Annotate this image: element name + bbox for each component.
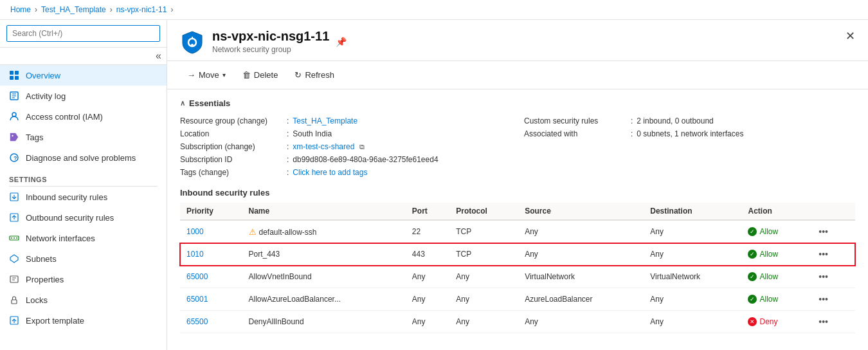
essentials-row-custom-rules: Custom security rules : 2 inbound, 0 out… xyxy=(524,115,855,127)
sidebar-item-export-template[interactable]: Export template xyxy=(0,310,167,331)
svg-point-30 xyxy=(191,44,194,46)
sidebar-item-overview-label: Overview xyxy=(26,71,60,80)
delete-icon: 🗑 xyxy=(242,70,251,80)
move-icon: → xyxy=(187,70,195,80)
cell-ellipsis[interactable]: ••• xyxy=(808,266,855,288)
svg-rect-25 xyxy=(12,300,17,304)
tags-add-link[interactable]: Click here to add tags xyxy=(293,168,367,177)
sidebar-item-diagnose-label: Diagnose and solve problems xyxy=(26,153,136,163)
sidebar-item-diagnose[interactable]: ? Diagnose and solve problems xyxy=(0,147,167,168)
allow-badge: ✓ Allow xyxy=(748,227,802,236)
sidebar-item-access-control[interactable]: Access control (IAM) xyxy=(0,106,167,127)
breadcrumb-nic[interactable]: ns-vpx-nic1-11 xyxy=(116,5,167,14)
essentials-header[interactable]: ∧ Essentials xyxy=(180,98,855,108)
cell-name: Port_443 xyxy=(242,243,406,266)
cell-destination: Any xyxy=(644,311,741,333)
cell-ellipsis[interactable]: ••• xyxy=(808,220,855,243)
sidebar-item-activity-log[interactable]: Activity log xyxy=(0,86,167,106)
svg-point-20 xyxy=(16,237,17,239)
activity-log-icon xyxy=(9,91,19,101)
inbound-rules-table: Priority Name Port Protocol Source Desti… xyxy=(180,203,855,333)
move-button[interactable]: → Move ▾ xyxy=(180,66,233,84)
resource-subtitle: Network security group xyxy=(212,45,329,54)
cell-protocol: Any xyxy=(449,288,518,311)
cell-source: VirtualNetwork xyxy=(518,266,644,288)
sidebar-item-access-control-label: Access control (IAM) xyxy=(26,112,103,122)
cell-protocol: Any xyxy=(449,266,518,288)
close-icon[interactable]: ✕ xyxy=(845,29,855,43)
pin-icon[interactable]: 📌 xyxy=(336,37,347,47)
cell-ellipsis[interactable]: ••• xyxy=(808,288,855,311)
allow-badge: ✓ Allow xyxy=(748,295,802,304)
subscription-change-link[interactable]: (change) xyxy=(224,142,255,151)
essentials-section: ∧ Essentials Resource group (change) : T… xyxy=(167,89,868,342)
cell-ellipsis[interactable]: ••• xyxy=(808,311,855,333)
col-protocol: Protocol xyxy=(449,203,518,220)
tags-change-link[interactable]: (change) xyxy=(199,168,229,177)
cell-name: AllowAzureLoadBalancer... xyxy=(242,288,406,311)
sidebar-item-locks[interactable]: Locks xyxy=(0,290,167,310)
sidebar-item-subnets[interactable]: Subnets xyxy=(0,248,167,269)
cell-priority: 65000 xyxy=(180,266,242,288)
cell-ellipsis[interactable]: ••• xyxy=(808,243,855,266)
essentials-row-resource-group: Resource group (change) : Test_HA_Templa… xyxy=(180,115,511,127)
row-ellipsis-button[interactable]: ••• xyxy=(815,293,832,306)
sidebar-item-network-interfaces[interactable]: Network interfaces xyxy=(0,228,167,248)
row-ellipsis-button[interactable]: ••• xyxy=(815,315,832,328)
sidebar-item-properties-label: Properties xyxy=(26,275,64,284)
row-ellipsis-button[interactable]: ••• xyxy=(815,270,832,283)
sidebar-item-overview[interactable]: Overview xyxy=(0,65,167,86)
sidebar-item-outbound-rules[interactable]: Outbound security rules xyxy=(0,207,167,228)
allow-circle-icon: ✓ xyxy=(748,227,757,236)
essentials-chevron-icon: ∧ xyxy=(180,99,185,107)
table-row[interactable]: 65500 DenyAllInBound Any Any Any Any ✕ D… xyxy=(180,311,855,333)
copy-subscription-icon[interactable]: ⧉ xyxy=(359,143,365,151)
outbound-icon xyxy=(9,212,19,223)
resource-group-link[interactable]: Test_HA_Template xyxy=(293,116,357,125)
table-row[interactable]: 65000 AllowVnetInBound Any Any VirtualNe… xyxy=(180,266,855,288)
row-ellipsis-button[interactable]: ••• xyxy=(815,248,832,261)
search-input[interactable] xyxy=(6,25,160,42)
sidebar: « Overview Activity log Access control (… xyxy=(0,20,167,350)
sidebar-item-tags-label: Tags xyxy=(26,133,43,142)
svg-point-19 xyxy=(14,237,15,239)
row-ellipsis-button[interactable]: ••• xyxy=(815,225,832,238)
delete-button[interactable]: 🗑 Delete xyxy=(235,66,285,84)
sidebar-item-properties[interactable]: Properties xyxy=(0,269,167,290)
essentials-title: Essentials xyxy=(189,98,230,108)
cell-protocol: Any xyxy=(449,311,518,333)
sidebar-item-tags[interactable]: Tags xyxy=(0,127,167,147)
essentials-row-subscription-id: Subscription ID : db99d808-6e89-480a-96a… xyxy=(180,153,511,166)
cell-destination: Any xyxy=(644,288,741,311)
main-content: ns-vpx-nic-nsg1-11 Network security grou… xyxy=(167,20,868,350)
breadcrumb-home[interactable]: Home xyxy=(10,5,31,14)
sidebar-collapse-icon[interactable]: « xyxy=(156,50,161,62)
sidebar-item-locks-label: Locks xyxy=(26,295,48,305)
settings-section-label: Settings xyxy=(0,168,167,186)
svg-marker-21 xyxy=(10,255,18,262)
breadcrumb-template[interactable]: Test_HA_Template xyxy=(41,5,106,14)
properties-icon xyxy=(9,274,19,284)
cell-destination: VirtualNetwork xyxy=(644,266,741,288)
subscription-link[interactable]: xm-test-cs-shared xyxy=(293,142,354,151)
refresh-button[interactable]: ↻ Refresh xyxy=(287,66,341,84)
essentials-row-location: Location : South India xyxy=(180,127,511,140)
allow-circle-icon: ✓ xyxy=(748,250,757,259)
sidebar-item-subnets-label: Subnets xyxy=(26,254,57,264)
breadcrumb: Home › Test_HA_Template › ns-vpx-nic1-11… xyxy=(0,0,868,20)
sidebar-item-inbound-rules[interactable]: Inbound security rules xyxy=(0,187,167,207)
cell-protocol: TCP xyxy=(449,220,518,243)
cell-priority: 65001 xyxy=(180,288,242,311)
table-row[interactable]: 1010 Port_443 443 TCP Any Any ✓ Allow ••… xyxy=(180,243,855,266)
resource-group-change-link[interactable]: (change) xyxy=(237,116,267,125)
col-port: Port xyxy=(406,203,449,220)
col-destination: Destination xyxy=(644,203,741,220)
deny-circle-icon: ✕ xyxy=(748,317,757,326)
cell-action: ✓ Allow xyxy=(741,266,808,288)
essentials-row-associated-with: Associated with : 0 subnets, 1 network i… xyxy=(524,127,855,140)
table-row[interactable]: 65001 AllowAzureLoadBalancer... Any Any … xyxy=(180,288,855,311)
table-header-row: Priority Name Port Protocol Source Desti… xyxy=(180,203,855,220)
sidebar-item-export-template-label: Export template xyxy=(26,316,84,326)
table-row[interactable]: 1000 ⚠default-allow-ssh 22 TCP Any Any ✓… xyxy=(180,220,855,243)
cell-port: Any xyxy=(406,311,449,333)
